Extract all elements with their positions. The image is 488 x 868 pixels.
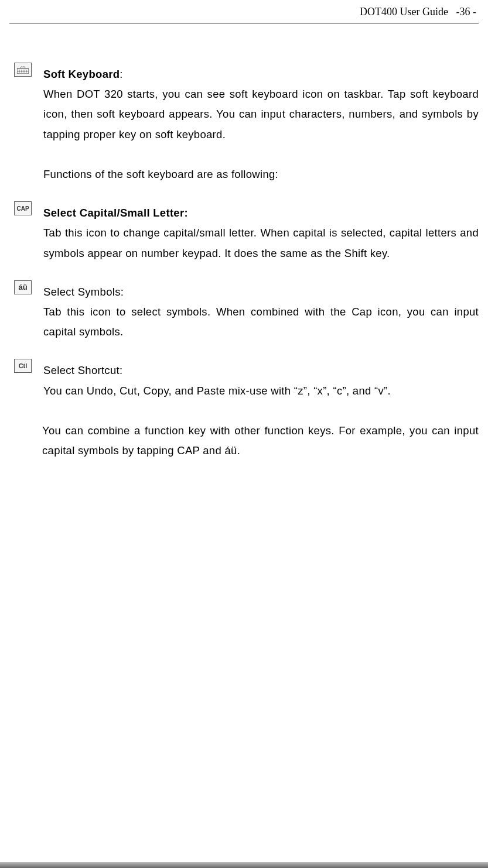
cap-title: Select Capital/Small Letter: xyxy=(43,207,188,219)
page-number: -36 - xyxy=(456,6,477,18)
combine-before: You can combine a function key with othe… xyxy=(42,424,479,457)
cap-heading: Select Capital/Small Letter: xyxy=(43,203,479,223)
soft-keyboard-title-suffix: : xyxy=(120,68,122,80)
symbols-icon: áü xyxy=(14,280,32,294)
soft-keyboard-heading: Soft Keyboard: xyxy=(43,64,479,84)
section-shortcut: Ctl Select Shortcut: You can Undo, Cut, … xyxy=(43,361,479,461)
page-content: Soft Keyboard: When DOT 320 starts, you … xyxy=(9,64,479,461)
page-header: DOT400 User Guide -36 - xyxy=(9,6,479,23)
footer-bar xyxy=(0,862,488,868)
doc-title: DOT400 User Guide xyxy=(360,6,448,18)
functions-intro: Functions of the soft keyboard are as fo… xyxy=(43,164,479,184)
ctl-icon: Ctl xyxy=(14,359,32,373)
shortcut-body: You can Undo, Cut, Copy, and Paste mix-u… xyxy=(43,381,479,401)
shortcut-heading: Select Shortcut: xyxy=(43,361,479,380)
section-symbols: áü Select Symbols: Tab this icon to sele… xyxy=(43,282,479,342)
symbols-body: Tab this icon to select symbols. When co… xyxy=(43,302,479,342)
cap-icon: CAP xyxy=(14,201,32,215)
combine-after: . xyxy=(237,444,240,457)
section-soft-keyboard: Soft Keyboard: When DOT 320 starts, you … xyxy=(43,64,479,184)
soft-keyboard-title: Soft Keyboard xyxy=(43,68,120,80)
combine-body: You can combine a function key with othe… xyxy=(42,421,479,461)
symbols-heading: Select Symbols: xyxy=(43,282,479,302)
shortcut-title: Select Shortcut: xyxy=(43,364,122,376)
combine-au: áü xyxy=(224,444,237,457)
cap-body: Tab this icon to change capital/small le… xyxy=(43,223,479,263)
soft-keyboard-body: When DOT 320 starts, you can see soft ke… xyxy=(43,84,479,145)
symbols-title: Select Symbols: xyxy=(43,286,124,298)
keyboard-icon xyxy=(14,63,32,77)
section-cap: CAP Select Capital/Small Letter: Tab thi… xyxy=(43,203,479,263)
header-rule xyxy=(9,23,479,23)
